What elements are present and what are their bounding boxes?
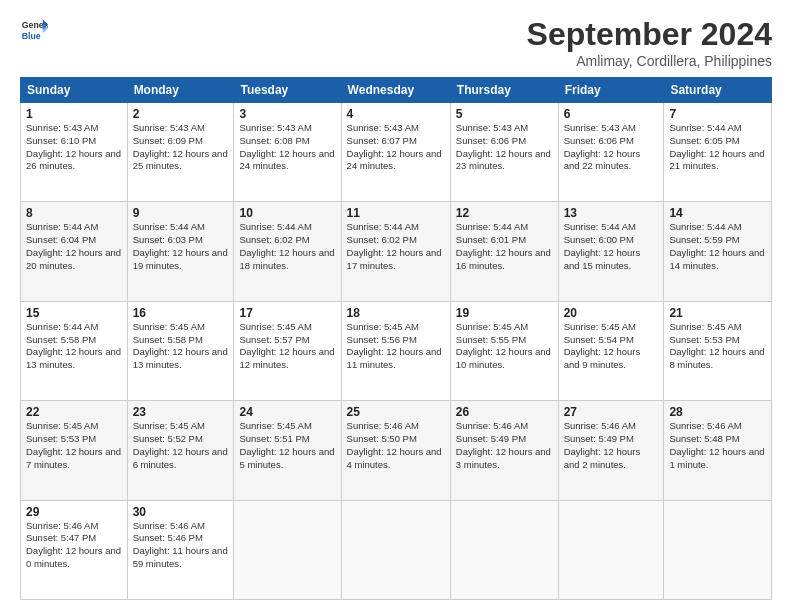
day-info: Sunrise: 5:43 AMSunset: 6:09 PMDaylight:… <box>133 122 228 171</box>
table-row: 20Sunrise: 5:45 AMSunset: 5:54 PMDayligh… <box>558 301 664 400</box>
day-number: 12 <box>456 206 553 220</box>
table-row: 13Sunrise: 5:44 AMSunset: 6:00 PMDayligh… <box>558 202 664 301</box>
table-row: 27Sunrise: 5:46 AMSunset: 5:49 PMDayligh… <box>558 401 664 500</box>
day-info: Sunrise: 5:46 AMSunset: 5:49 PMDaylight:… <box>456 420 551 469</box>
table-row: 5Sunrise: 5:43 AMSunset: 6:06 PMDaylight… <box>450 103 558 202</box>
day-info: Sunrise: 5:45 AMSunset: 5:52 PMDaylight:… <box>133 420 228 469</box>
day-number: 16 <box>133 306 229 320</box>
title-block: September 2024 Amlimay, Cordillera, Phil… <box>527 16 772 69</box>
calendar-row: 8Sunrise: 5:44 AMSunset: 6:04 PMDaylight… <box>21 202 772 301</box>
table-row: 15Sunrise: 5:44 AMSunset: 5:58 PMDayligh… <box>21 301 128 400</box>
day-number: 21 <box>669 306 766 320</box>
day-info: Sunrise: 5:44 AMSunset: 6:02 PMDaylight:… <box>347 221 442 270</box>
day-info: Sunrise: 5:44 AMSunset: 6:05 PMDaylight:… <box>669 122 764 171</box>
day-info: Sunrise: 5:46 AMSunset: 5:48 PMDaylight:… <box>669 420 764 469</box>
table-row: 25Sunrise: 5:46 AMSunset: 5:50 PMDayligh… <box>341 401 450 500</box>
table-row: 26Sunrise: 5:46 AMSunset: 5:49 PMDayligh… <box>450 401 558 500</box>
day-info: Sunrise: 5:45 AMSunset: 5:58 PMDaylight:… <box>133 321 228 370</box>
day-info: Sunrise: 5:44 AMSunset: 5:58 PMDaylight:… <box>26 321 121 370</box>
day-number: 14 <box>669 206 766 220</box>
day-number: 11 <box>347 206 445 220</box>
day-number: 20 <box>564 306 659 320</box>
day-number: 25 <box>347 405 445 419</box>
table-row: 8Sunrise: 5:44 AMSunset: 6:04 PMDaylight… <box>21 202 128 301</box>
day-number: 17 <box>239 306 335 320</box>
table-row: 3Sunrise: 5:43 AMSunset: 6:08 PMDaylight… <box>234 103 341 202</box>
calendar-row: 15Sunrise: 5:44 AMSunset: 5:58 PMDayligh… <box>21 301 772 400</box>
table-row: 19Sunrise: 5:45 AMSunset: 5:55 PMDayligh… <box>450 301 558 400</box>
table-row: 1Sunrise: 5:43 AMSunset: 6:10 PMDaylight… <box>21 103 128 202</box>
day-number: 30 <box>133 505 229 519</box>
table-row: 11Sunrise: 5:44 AMSunset: 6:02 PMDayligh… <box>341 202 450 301</box>
day-number: 15 <box>26 306 122 320</box>
table-row: 6Sunrise: 5:43 AMSunset: 6:06 PMDaylight… <box>558 103 664 202</box>
day-number: 24 <box>239 405 335 419</box>
day-number: 10 <box>239 206 335 220</box>
day-number: 18 <box>347 306 445 320</box>
table-row: 21Sunrise: 5:45 AMSunset: 5:53 PMDayligh… <box>664 301 772 400</box>
day-number: 22 <box>26 405 122 419</box>
table-row: 18Sunrise: 5:45 AMSunset: 5:56 PMDayligh… <box>341 301 450 400</box>
day-info: Sunrise: 5:43 AMSunset: 6:06 PMDaylight:… <box>564 122 641 171</box>
table-row <box>341 500 450 599</box>
day-number: 1 <box>26 107 122 121</box>
table-row: 9Sunrise: 5:44 AMSunset: 6:03 PMDaylight… <box>127 202 234 301</box>
table-row: 30Sunrise: 5:46 AMSunset: 5:46 PMDayligh… <box>127 500 234 599</box>
header: General Blue September 2024 Amlimay, Cor… <box>20 16 772 69</box>
day-number: 6 <box>564 107 659 121</box>
day-number: 3 <box>239 107 335 121</box>
day-number: 23 <box>133 405 229 419</box>
col-saturday: Saturday <box>664 78 772 103</box>
day-number: 7 <box>669 107 766 121</box>
day-info: Sunrise: 5:44 AMSunset: 6:00 PMDaylight:… <box>564 221 641 270</box>
day-number: 26 <box>456 405 553 419</box>
col-tuesday: Tuesday <box>234 78 341 103</box>
day-info: Sunrise: 5:45 AMSunset: 5:53 PMDaylight:… <box>669 321 764 370</box>
day-info: Sunrise: 5:46 AMSunset: 5:49 PMDaylight:… <box>564 420 641 469</box>
header-row: Sunday Monday Tuesday Wednesday Thursday… <box>21 78 772 103</box>
calendar-row: 29Sunrise: 5:46 AMSunset: 5:47 PMDayligh… <box>21 500 772 599</box>
day-info: Sunrise: 5:43 AMSunset: 6:08 PMDaylight:… <box>239 122 334 171</box>
calendar-row: 22Sunrise: 5:45 AMSunset: 5:53 PMDayligh… <box>21 401 772 500</box>
day-info: Sunrise: 5:46 AMSunset: 5:50 PMDaylight:… <box>347 420 442 469</box>
logo: General Blue <box>20 16 48 44</box>
table-row <box>558 500 664 599</box>
col-wednesday: Wednesday <box>341 78 450 103</box>
day-info: Sunrise: 5:44 AMSunset: 6:03 PMDaylight:… <box>133 221 228 270</box>
day-number: 29 <box>26 505 122 519</box>
day-info: Sunrise: 5:45 AMSunset: 5:55 PMDaylight:… <box>456 321 551 370</box>
day-info: Sunrise: 5:45 AMSunset: 5:53 PMDaylight:… <box>26 420 121 469</box>
table-row <box>234 500 341 599</box>
day-info: Sunrise: 5:44 AMSunset: 6:02 PMDaylight:… <box>239 221 334 270</box>
day-info: Sunrise: 5:45 AMSunset: 5:54 PMDaylight:… <box>564 321 641 370</box>
day-number: 9 <box>133 206 229 220</box>
day-info: Sunrise: 5:44 AMSunset: 6:04 PMDaylight:… <box>26 221 121 270</box>
day-number: 19 <box>456 306 553 320</box>
col-friday: Friday <box>558 78 664 103</box>
day-number: 28 <box>669 405 766 419</box>
day-info: Sunrise: 5:43 AMSunset: 6:10 PMDaylight:… <box>26 122 121 171</box>
day-info: Sunrise: 5:44 AMSunset: 6:01 PMDaylight:… <box>456 221 551 270</box>
day-number: 13 <box>564 206 659 220</box>
calendar-table: Sunday Monday Tuesday Wednesday Thursday… <box>20 77 772 600</box>
main-title: September 2024 <box>527 16 772 53</box>
logo-icon: General Blue <box>20 16 48 44</box>
table-row: 23Sunrise: 5:45 AMSunset: 5:52 PMDayligh… <box>127 401 234 500</box>
day-number: 8 <box>26 206 122 220</box>
subtitle: Amlimay, Cordillera, Philippines <box>527 53 772 69</box>
table-row: 28Sunrise: 5:46 AMSunset: 5:48 PMDayligh… <box>664 401 772 500</box>
svg-text:Blue: Blue <box>22 31 41 41</box>
table-row: 4Sunrise: 5:43 AMSunset: 6:07 PMDaylight… <box>341 103 450 202</box>
calendar-row: 1Sunrise: 5:43 AMSunset: 6:10 PMDaylight… <box>21 103 772 202</box>
day-info: Sunrise: 5:43 AMSunset: 6:06 PMDaylight:… <box>456 122 551 171</box>
day-number: 2 <box>133 107 229 121</box>
day-number: 27 <box>564 405 659 419</box>
col-thursday: Thursday <box>450 78 558 103</box>
page: General Blue September 2024 Amlimay, Cor… <box>0 0 792 612</box>
day-info: Sunrise: 5:45 AMSunset: 5:51 PMDaylight:… <box>239 420 334 469</box>
table-row: 12Sunrise: 5:44 AMSunset: 6:01 PMDayligh… <box>450 202 558 301</box>
col-monday: Monday <box>127 78 234 103</box>
day-info: Sunrise: 5:43 AMSunset: 6:07 PMDaylight:… <box>347 122 442 171</box>
day-number: 5 <box>456 107 553 121</box>
table-row: 2Sunrise: 5:43 AMSunset: 6:09 PMDaylight… <box>127 103 234 202</box>
